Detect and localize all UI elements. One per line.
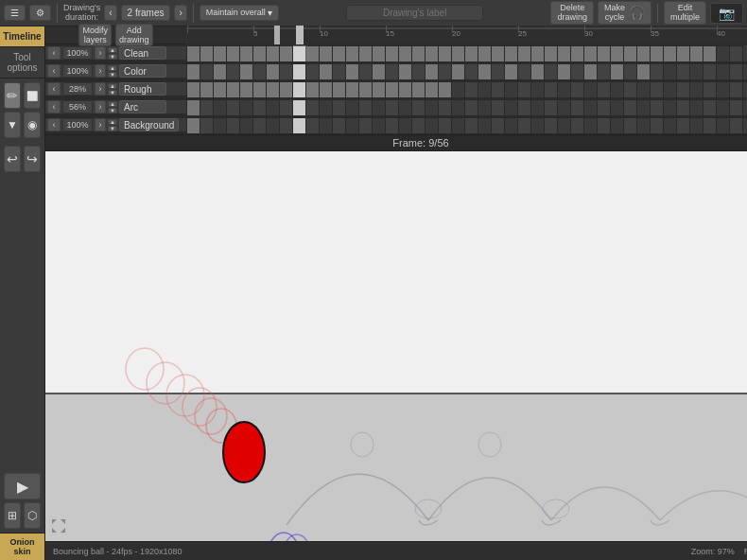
timeline-cell[interactable]: [704, 99, 717, 115]
lasso-tool-button[interactable]: ◉: [24, 112, 41, 138]
timeline-cell[interactable]: [200, 63, 214, 79]
drawing-label-input[interactable]: [346, 5, 483, 21]
timeline-cell[interactable]: [651, 117, 664, 133]
timeline-cell[interactable]: [531, 45, 545, 61]
timeline-cell[interactable]: [571, 45, 584, 61]
expand-button[interactable]: [51, 518, 66, 535]
timeline-cell[interactable]: [704, 117, 717, 133]
timeline-cell[interactable]: [531, 81, 545, 97]
make-cycle-button[interactable]: Makecycle 🎧: [598, 1, 651, 26]
layer-down-clean[interactable]: ▼: [108, 54, 117, 60]
layer-opacity-right-color[interactable]: ›: [95, 64, 106, 78]
layer-opacity-left-arc[interactable]: ‹: [47, 100, 61, 114]
timeline-cell[interactable]: [545, 117, 558, 133]
layer-opacity-left-bg[interactable]: ‹: [47, 118, 61, 131]
timeline-cell[interactable]: [293, 63, 306, 79]
timeline-cell[interactable]: [558, 99, 571, 115]
timeline-cell[interactable]: [611, 81, 624, 97]
timeline-cell[interactable]: [399, 117, 412, 133]
timeline-cell[interactable]: [571, 63, 584, 79]
timeline-cell[interactable]: [584, 45, 598, 61]
timeline-cell[interactable]: [598, 117, 611, 133]
maintain-overall-button[interactable]: Maintain overall ▾: [200, 5, 279, 21]
timeline-cell[interactable]: [492, 117, 505, 133]
layer-up-rough[interactable]: ▲: [108, 83, 117, 89]
timeline-cell[interactable]: [214, 45, 227, 61]
timeline-cell[interactable]: [558, 117, 571, 133]
timeline-cell[interactable]: [452, 63, 465, 79]
timeline-cell[interactable]: [518, 63, 531, 79]
timeline-cell[interactable]: [439, 99, 452, 115]
timeline-cells-color[interactable]: [187, 63, 747, 79]
timeline-cell[interactable]: [399, 63, 412, 79]
timeline-cell[interactable]: [624, 45, 637, 61]
timeline-cell[interactable]: [187, 45, 200, 61]
timeline-cell[interactable]: [518, 45, 531, 61]
timeline-cell[interactable]: [227, 45, 240, 61]
timeline-cell[interactable]: [200, 81, 214, 97]
layer-name-color[interactable]: Color: [119, 64, 166, 78]
timeline-cell[interactable]: [584, 99, 598, 115]
timeline-cell[interactable]: [717, 99, 730, 115]
timeline-cell[interactable]: [452, 117, 465, 133]
canvas-container[interactable]: [45, 151, 747, 541]
timeline-cell[interactable]: [637, 117, 651, 133]
hamburger-menu-button[interactable]: ☰: [4, 5, 26, 21]
timeline-cell[interactable]: [253, 117, 267, 133]
brush-tool-button[interactable]: ✏: [4, 82, 21, 109]
timeline-cell[interactable]: [690, 117, 704, 133]
timeline-cell[interactable]: [505, 45, 518, 61]
timeline-cell[interactable]: [346, 99, 359, 115]
timeline-cell[interactable]: [492, 45, 505, 61]
timeline-cell[interactable]: [333, 99, 346, 115]
timeline-cell[interactable]: [717, 63, 730, 79]
camera-button[interactable]: 📷: [710, 3, 743, 24]
timeline-cell[interactable]: [584, 63, 598, 79]
timeline-cell[interactable]: [611, 63, 624, 79]
timeline-cell[interactable]: [743, 63, 747, 79]
timeline-cell[interactable]: [333, 81, 346, 97]
timeline-cell[interactable]: [651, 81, 664, 97]
timeline-cell[interactable]: [492, 81, 505, 97]
timeline-cell[interactable]: [346, 45, 359, 61]
layer-opacity-left-color[interactable]: ‹: [47, 64, 61, 78]
frames-next-button[interactable]: ›: [174, 5, 186, 21]
timeline-cell[interactable]: [412, 45, 426, 61]
timeline-cell[interactable]: [690, 99, 704, 115]
timeline-cell[interactable]: [280, 81, 293, 97]
timeline-cells-background[interactable]: [187, 117, 747, 133]
timeline-cell[interactable]: [664, 81, 677, 97]
timeline-cell[interactable]: [240, 63, 253, 79]
timeline-cell[interactable]: [386, 45, 399, 61]
timeline-cell[interactable]: [452, 45, 465, 61]
timeline-cell[interactable]: [412, 63, 426, 79]
layer-name-arc[interactable]: Arc: [119, 100, 166, 114]
timeline-cell[interactable]: [677, 99, 690, 115]
tool-options-tab[interactable]: Tool options: [0, 47, 44, 79]
timeline-cell[interactable]: [664, 63, 677, 79]
timeline-cell[interactable]: [346, 117, 359, 133]
timeline-cell[interactable]: [306, 117, 320, 133]
add-drawing-button[interactable]: Adddrawing: [115, 24, 153, 46]
layer-name-rough[interactable]: Rough: [119, 82, 166, 96]
timeline-cell[interactable]: [227, 99, 240, 115]
timeline-cell[interactable]: [426, 81, 439, 97]
timeline-cell[interactable]: [677, 117, 690, 133]
layer-up-clean[interactable]: ▲: [108, 47, 117, 53]
timeline-cell[interactable]: [280, 45, 293, 61]
timeline-cell[interactable]: [452, 99, 465, 115]
timeline-cell[interactable]: [478, 117, 492, 133]
timeline-cell[interactable]: [584, 117, 598, 133]
timeline-cell[interactable]: [439, 81, 452, 97]
frames-display[interactable]: 2 frames: [121, 5, 171, 21]
timeline-cell[interactable]: [359, 117, 373, 133]
timeline-cell[interactable]: [545, 81, 558, 97]
timeline-cell[interactable]: [717, 81, 730, 97]
timeline-cell[interactable]: [664, 99, 677, 115]
timeline-cell[interactable]: [505, 81, 518, 97]
timeline-cell[interactable]: [373, 81, 386, 97]
timeline-cell[interactable]: [558, 63, 571, 79]
timeline-cell[interactable]: [187, 81, 200, 97]
timeline-cell[interactable]: [465, 81, 478, 97]
timeline-cell[interactable]: [518, 117, 531, 133]
